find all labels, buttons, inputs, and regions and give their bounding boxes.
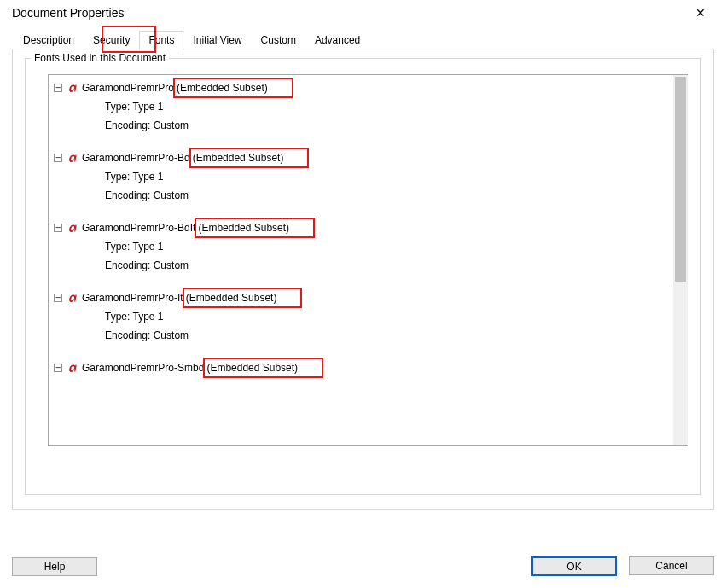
button-bar: Help OK Cancel <box>12 556 714 576</box>
font-name-label: GaramondPremrPro <box>82 82 174 94</box>
encoding-label: Encoding: Custom <box>105 259 189 271</box>
font-detail-type: Type: Type 1 <box>54 237 673 256</box>
font-entry[interactable]: −GaramondPremrPro(Embedded Subset) <box>54 79 673 97</box>
tab-custom[interactable]: Custom <box>252 31 305 49</box>
embedded-subset-label: (Embedded Subset) <box>198 222 289 234</box>
font-tree-viewport: −GaramondPremrPro(Embedded Subset)Type: … <box>49 75 673 445</box>
type-label: Type: Type 1 <box>105 311 164 323</box>
embedded-subset-label: (Embedded Subset) <box>177 82 268 94</box>
font-tree: −GaramondPremrPro(Embedded Subset)Type: … <box>49 75 673 377</box>
font-detail-encoding: Encoding: Custom <box>54 186 673 205</box>
tab-description[interactable]: Description <box>14 31 84 49</box>
font-glyph-icon <box>67 363 78 374</box>
tab-panel: Fonts Used in this Document −GaramondPre… <box>12 49 714 510</box>
tab-advanced[interactable]: Advanced <box>305 31 369 49</box>
font-detail-encoding: Encoding: Custom <box>54 256 673 275</box>
font-detail-type: Type: Type 1 <box>54 97 673 116</box>
encoding-label: Encoding: Custom <box>105 119 189 131</box>
embedded-subset-label: (Embedded Subset) <box>193 152 284 164</box>
tree-collapse-icon[interactable]: − <box>54 154 62 162</box>
font-glyph-icon <box>67 83 78 94</box>
encoding-label: Encoding: Custom <box>105 189 189 201</box>
tree-collapse-icon[interactable]: − <box>54 224 62 232</box>
embedded-subset-wrap: (Embedded Subset) <box>177 82 268 94</box>
font-name-label: GaramondPremrPro-BdIt <box>82 222 195 234</box>
font-glyph-icon <box>67 153 78 164</box>
type-label: Type: Type 1 <box>105 241 164 253</box>
scrollbar-thumb[interactable] <box>675 77 686 282</box>
tab-security[interactable]: Security <box>84 31 139 49</box>
font-glyph-icon <box>67 223 78 234</box>
embedded-subset-wrap: (Embedded Subset) <box>206 362 298 374</box>
tree-collapse-icon[interactable]: − <box>54 84 62 92</box>
vertical-scrollbar[interactable] <box>673 75 688 445</box>
font-name-label: GaramondPremrPro-Bd <box>82 152 190 164</box>
embedded-subset-wrap: (Embedded Subset) <box>186 292 277 304</box>
type-label: Type: Type 1 <box>105 171 164 183</box>
font-detail-encoding: Encoding: Custom <box>54 326 673 345</box>
encoding-label: Encoding: Custom <box>105 329 189 341</box>
embedded-subset-wrap: (Embedded Subset) <box>198 222 289 234</box>
tab-initial-view[interactable]: Initial View <box>183 31 251 49</box>
font-tree-container: −GaramondPremrPro(Embedded Subset)Type: … <box>48 74 688 446</box>
font-detail-type: Type: Type 1 <box>54 307 673 326</box>
groupbox-label: Fonts Used in this Document <box>31 52 169 64</box>
tree-collapse-icon[interactable]: − <box>54 294 62 302</box>
font-entry[interactable]: −GaramondPremrPro-Smbd(Embedded Subset) <box>54 358 673 377</box>
help-button[interactable]: Help <box>12 557 97 576</box>
type-label: Type: Type 1 <box>105 101 164 113</box>
window-title: Document Properties <box>12 6 125 20</box>
tree-collapse-icon[interactable]: − <box>54 364 62 372</box>
ok-button[interactable]: OK <box>531 556 617 576</box>
font-name-label: GaramondPremrPro-Smbd <box>82 362 204 374</box>
titlebar: Document Properties ✕ <box>0 0 726 26</box>
font-entry[interactable]: −GaramondPremrPro-It(Embedded Subset) <box>54 288 673 307</box>
font-name-label: GaramondPremrPro-It <box>82 292 183 304</box>
font-detail-type: Type: Type 1 <box>54 167 673 186</box>
cancel-button[interactable]: Cancel <box>629 556 714 575</box>
font-entry[interactable]: −GaramondPremrPro-Bd(Embedded Subset) <box>54 148 673 167</box>
embedded-subset-label: (Embedded Subset) <box>206 362 298 374</box>
font-entry[interactable]: −GaramondPremrPro-BdIt(Embedded Subset) <box>54 218 673 237</box>
font-detail-encoding: Encoding: Custom <box>54 116 673 135</box>
close-icon[interactable]: ✕ <box>683 6 717 20</box>
tab-fonts[interactable]: Fonts <box>139 31 183 50</box>
fonts-groupbox: Fonts Used in this Document −GaramondPre… <box>25 58 701 495</box>
font-glyph-icon <box>67 293 78 304</box>
embedded-subset-label: (Embedded Subset) <box>186 292 277 304</box>
embedded-subset-wrap: (Embedded Subset) <box>193 152 284 164</box>
tab-strip: Description Security Fonts Initial View … <box>0 31 726 49</box>
